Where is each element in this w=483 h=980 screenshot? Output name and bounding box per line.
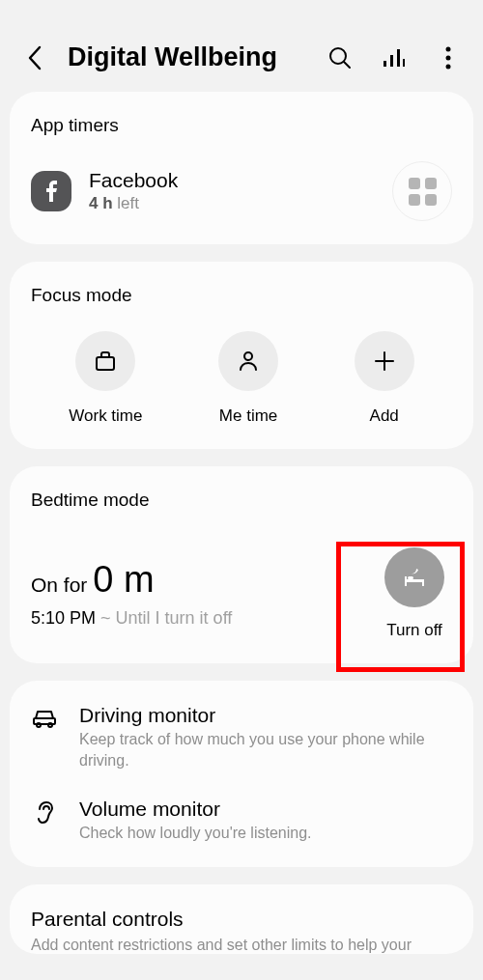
bedtime-mode-card[interactable]: Bedtime mode On for 0 m 5:10 PM ~ Until … bbox=[10, 466, 473, 663]
driving-monitor-row[interactable]: Driving monitor Keep track of how much y… bbox=[31, 704, 452, 770]
svg-point-8 bbox=[446, 64, 451, 69]
me-time-button[interactable] bbox=[218, 331, 278, 391]
work-time-button[interactable] bbox=[75, 331, 135, 391]
svg-rect-9 bbox=[97, 357, 114, 370]
facebook-icon bbox=[38, 178, 65, 205]
briefcase-icon bbox=[93, 349, 118, 374]
car-icon bbox=[31, 706, 58, 729]
add-focus-button[interactable] bbox=[355, 331, 414, 391]
app-time-suffix: left bbox=[117, 194, 139, 212]
bedtime-onfor-label: On for bbox=[31, 574, 87, 596]
focus-label: Work time bbox=[69, 406, 142, 426]
ear-icon bbox=[33, 799, 56, 826]
svg-line-1 bbox=[344, 62, 350, 68]
focus-add[interactable]: Add bbox=[355, 331, 414, 426]
svg-point-7 bbox=[446, 55, 451, 60]
volume-title: Volume monitor bbox=[79, 798, 452, 821]
bedtime-schedule: 5:10 PM ~ Until I turn it off bbox=[31, 608, 377, 629]
svg-point-10 bbox=[244, 352, 252, 360]
bedtime-row: On for 0 m 5:10 PM ~ Until I turn it off… bbox=[31, 547, 452, 640]
focus-work-time[interactable]: Work time bbox=[69, 331, 142, 426]
bars-icon bbox=[382, 45, 407, 70]
all-apps-button[interactable] bbox=[392, 161, 452, 221]
driving-sub: Keep track of how much you use your phon… bbox=[79, 729, 452, 770]
bedtime-turnoff[interactable]: Turn off bbox=[377, 547, 452, 640]
bedtime-duration: 0 m bbox=[93, 559, 154, 600]
grid-icon bbox=[409, 178, 437, 206]
more-button[interactable] bbox=[435, 44, 462, 71]
svg-rect-2 bbox=[384, 61, 386, 67]
bedtime-info: On for 0 m 5:10 PM ~ Until I turn it off bbox=[31, 559, 377, 629]
search-button[interactable] bbox=[327, 44, 354, 71]
volume-monitor-row[interactable]: Volume monitor Check how loudly you're l… bbox=[31, 798, 452, 844]
svg-rect-5 bbox=[403, 59, 405, 67]
header-actions bbox=[327, 44, 462, 71]
focus-label: Me time bbox=[219, 406, 277, 426]
app-time-value: 4 h bbox=[89, 194, 113, 212]
search-icon bbox=[327, 45, 353, 70]
focus-mode-title: Focus mode bbox=[31, 285, 452, 306]
app-time-left: 4 h left bbox=[89, 194, 375, 213]
svg-rect-14 bbox=[405, 576, 407, 586]
car-icon-wrap bbox=[31, 706, 58, 729]
ear-icon-wrap bbox=[31, 799, 58, 826]
parental-controls-card[interactable]: Parental controls Add content restrictio… bbox=[10, 884, 473, 954]
focus-mode-card: Focus mode Work time Me time bbox=[10, 262, 473, 449]
more-vertical-icon bbox=[445, 46, 451, 70]
volume-info: Volume monitor Check how loudly you're l… bbox=[79, 798, 452, 844]
svg-point-6 bbox=[446, 46, 451, 51]
svg-rect-13 bbox=[405, 579, 424, 582]
chevron-left-icon bbox=[26, 44, 43, 71]
app-timer-row[interactable]: Facebook 4 h left bbox=[31, 161, 452, 221]
bed-icon bbox=[399, 562, 430, 593]
app-timer-info: Facebook 4 h left bbox=[89, 169, 375, 213]
svg-rect-16 bbox=[408, 576, 413, 579]
back-button[interactable] bbox=[21, 44, 48, 71]
volume-sub: Check how loudly you're listening. bbox=[79, 823, 452, 844]
turnoff-label: Turn off bbox=[386, 621, 442, 640]
bedtime-title: Bedtime mode bbox=[31, 490, 452, 511]
focus-mode-items: Work time Me time Add bbox=[31, 331, 452, 426]
app-header: Digital Wellbeing bbox=[0, 0, 483, 92]
app-timers-card[interactable]: App timers Facebook 4 h left bbox=[10, 92, 473, 244]
page-title: Digital Wellbeing bbox=[68, 42, 327, 72]
bedtime-start: 5:10 PM bbox=[31, 608, 96, 628]
facebook-app-icon bbox=[31, 171, 71, 211]
driving-title: Driving monitor bbox=[79, 704, 452, 727]
parental-sub: Add content restrictions and set other l… bbox=[31, 937, 452, 954]
plus-icon bbox=[372, 349, 397, 374]
person-icon bbox=[236, 349, 261, 374]
driving-info: Driving monitor Keep track of how much y… bbox=[79, 704, 452, 770]
svg-rect-3 bbox=[390, 55, 393, 67]
bedtime-sep: ~ bbox=[100, 608, 111, 628]
bedtime-until: Until I turn it off bbox=[116, 608, 233, 628]
svg-rect-4 bbox=[397, 49, 400, 67]
bedtime-status: On for 0 m bbox=[31, 559, 377, 601]
app-name: Facebook bbox=[89, 169, 375, 192]
parental-title: Parental controls bbox=[31, 908, 452, 931]
focus-me-time[interactable]: Me time bbox=[218, 331, 278, 426]
focus-label: Add bbox=[370, 406, 399, 426]
svg-rect-15 bbox=[422, 579, 424, 586]
turnoff-button[interactable] bbox=[384, 547, 444, 607]
monitors-card: Driving monitor Keep track of how much y… bbox=[10, 681, 473, 867]
signal-button[interactable] bbox=[381, 44, 408, 71]
app-timers-title: App timers bbox=[31, 115, 452, 136]
